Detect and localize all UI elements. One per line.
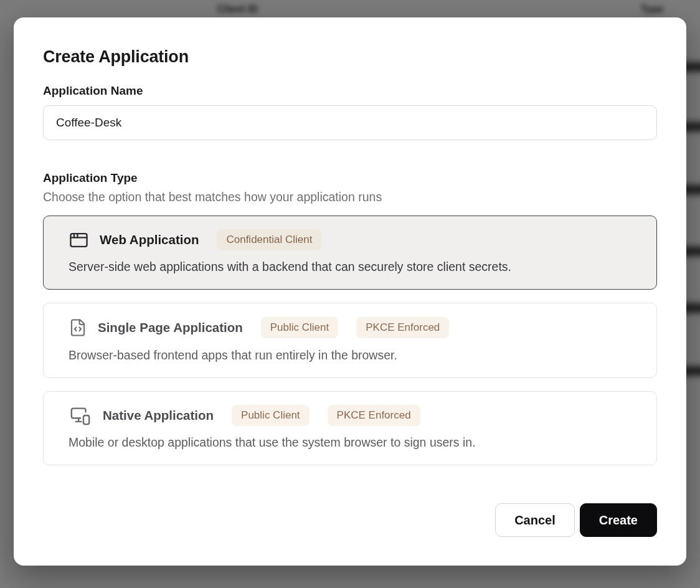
option-title: Native Application bbox=[103, 408, 214, 423]
badge-public-client: Public Client bbox=[232, 405, 310, 426]
monitor-smartphone-icon bbox=[69, 405, 92, 426]
dialog-title: Create Application bbox=[43, 47, 657, 67]
option-web-application[interactable]: Web Application Confidential Client Serv… bbox=[43, 216, 657, 290]
option-title: Single Page Application bbox=[98, 320, 243, 335]
cancel-button[interactable]: Cancel bbox=[495, 503, 575, 537]
option-head: Native Application Public Client PKCE En… bbox=[69, 405, 641, 426]
option-single-page-application[interactable]: Single Page Application Public Client PK… bbox=[43, 303, 657, 378]
badge-pkce-enforced: PKCE Enforced bbox=[356, 317, 449, 338]
application-name-input[interactable] bbox=[43, 105, 657, 140]
badge-pkce-enforced: PKCE Enforced bbox=[328, 405, 420, 426]
dialog-footer: Cancel Create bbox=[495, 503, 657, 537]
option-description: Browser-based frontend apps that run ent… bbox=[69, 348, 641, 363]
badge-confidential-client: Confidential Client bbox=[217, 229, 321, 250]
application-type-options: Web Application Confidential Client Serv… bbox=[43, 216, 657, 465]
option-head: Single Page Application Public Client PK… bbox=[69, 316, 641, 339]
create-button[interactable]: Create bbox=[580, 503, 657, 537]
option-description: Mobile or desktop applications that use … bbox=[69, 435, 641, 450]
option-head: Web Application Confidential Client bbox=[69, 229, 641, 250]
option-description: Server-side web applications with a back… bbox=[69, 260, 641, 274]
create-application-dialog: Create Application Application Name Appl… bbox=[14, 17, 686, 566]
application-name-label: Application Name bbox=[43, 84, 657, 98]
badge-public-client: Public Client bbox=[261, 317, 339, 338]
option-native-application[interactable]: Native Application Public Client PKCE En… bbox=[43, 391, 657, 465]
application-type-section: Application Type Choose the option that … bbox=[43, 171, 657, 465]
application-type-subtitle: Choose the option that best matches how … bbox=[43, 190, 657, 204]
option-title: Web Application bbox=[100, 232, 199, 247]
app-window-icon bbox=[69, 230, 89, 250]
file-code-icon bbox=[69, 316, 87, 339]
application-type-label: Application Type bbox=[43, 171, 657, 185]
